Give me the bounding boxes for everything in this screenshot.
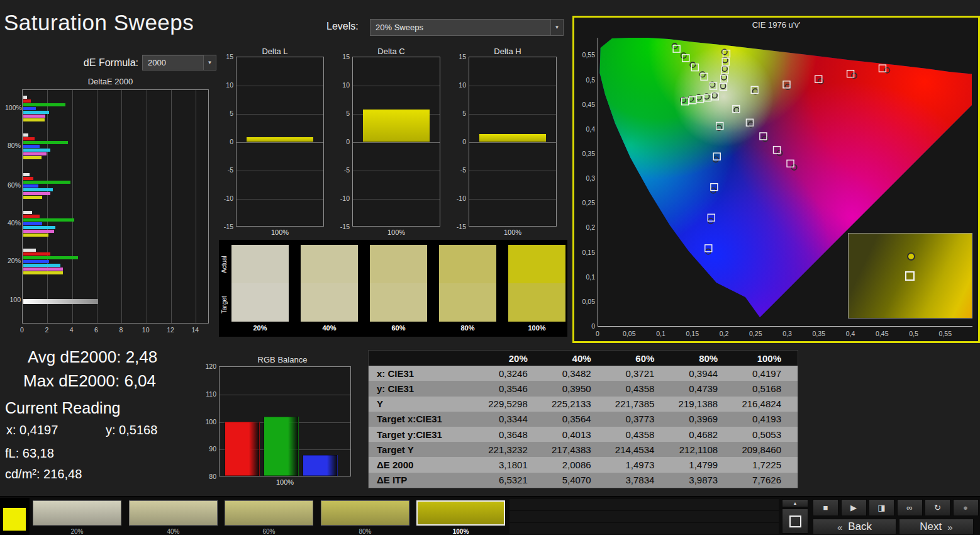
table-cell: 1,4973 <box>608 459 671 470</box>
table-cell: 221,7385 <box>608 398 671 409</box>
y-group-label: 20% <box>5 257 21 264</box>
y-tick-label: 0,3 <box>574 174 595 182</box>
x-category-label: 100% <box>469 228 557 236</box>
column-header: 80% <box>671 353 734 364</box>
table-cell: 0,3344 <box>481 414 544 424</box>
cie-y-axis <box>598 38 598 327</box>
table-cell: 216,4824 <box>734 398 798 409</box>
table-cell: 219,1388 <box>671 398 734 409</box>
column-header: 40% <box>544 353 608 364</box>
up-arrow-button[interactable]: ▲ <box>782 499 808 507</box>
bar <box>23 118 45 121</box>
x-tick-label: 0,35 <box>809 330 829 337</box>
gridline <box>147 90 147 323</box>
up-arrow-icon: ▲ <box>793 501 798 505</box>
record-button[interactable]: ● <box>953 499 979 516</box>
actual-swatch <box>301 245 358 283</box>
gridline <box>237 171 323 171</box>
patch-button[interactable] <box>225 500 313 526</box>
bar <box>23 152 47 155</box>
de-formula-label: dE Formula: <box>69 57 138 69</box>
bar <box>23 234 48 237</box>
cie-chart-panel[interactable]: CIE 1976 u'v' <box>572 16 980 343</box>
y-tick-label: 0 <box>221 138 233 145</box>
step-icon: ◨ <box>877 503 885 512</box>
table-cell: 0,3482 <box>544 368 608 379</box>
table-cell: 0,4358 <box>608 429 671 440</box>
de-formula-dropdown[interactable]: 2000 ▼ <box>142 55 216 70</box>
current-cdm2-value: cd/m²: 216,48 <box>5 467 82 482</box>
y-tick-label: -5 <box>221 166 233 174</box>
y-tick-label: -10 <box>338 194 350 202</box>
gridline <box>237 199 323 200</box>
y-tick-label: -5 <box>338 166 350 174</box>
levels-dropdown[interactable]: 20% Sweeps ▼ <box>370 19 564 36</box>
patch-button[interactable] <box>321 500 409 526</box>
row-label: ΔE ITP <box>369 475 481 485</box>
chart-title: CIE 1976 u'v' <box>574 20 978 30</box>
bar <box>23 103 65 106</box>
blue-bar <box>303 455 338 476</box>
bar-group <box>23 173 70 199</box>
delta-c-plot <box>352 57 440 227</box>
y-tick-label: 10 <box>221 81 233 89</box>
table-cell: 225,2133 <box>544 398 608 409</box>
gridline <box>469 199 556 200</box>
patch-button[interactable] <box>33 500 121 526</box>
y-tick-label: -15 <box>454 223 466 230</box>
y-tick-label: 15 <box>221 53 233 60</box>
actual-swatch <box>508 245 565 283</box>
table-cell: 221,3232 <box>481 444 544 455</box>
back-button[interactable]: « Back <box>813 519 896 535</box>
table-cell: 0,3546 <box>481 383 544 394</box>
current-y-value: y: 0,5168 <box>106 423 157 437</box>
swatch-level-label: 100% <box>508 324 565 332</box>
patch-button-label: 100% <box>416 528 505 535</box>
table-cell: 3,7834 <box>608 475 671 485</box>
target-row-label: Target <box>221 286 228 323</box>
play-button[interactable]: ▶ <box>841 499 867 516</box>
chevron-down-icon: ▼ <box>203 55 216 70</box>
square-icon <box>789 515 801 527</box>
y-tick-label: 10 <box>454 81 466 89</box>
bar <box>23 256 78 259</box>
infinity-button[interactable]: ∞ <box>897 499 923 516</box>
bar <box>23 252 50 256</box>
bar <box>23 264 60 267</box>
actual-swatch <box>370 245 427 283</box>
table-cell: 0,4739 <box>671 383 734 394</box>
next-button[interactable]: Next » <box>899 519 974 535</box>
stop-button[interactable]: ■ <box>813 499 838 516</box>
table-cell: 0,4013 <box>544 429 608 440</box>
levels-value: 20% Sweeps <box>370 23 550 32</box>
y-tick-label: -10 <box>221 194 233 202</box>
pattern-window-button[interactable] <box>782 509 808 534</box>
x-category-label: 100% <box>352 228 440 236</box>
deltae2000-plot <box>22 89 209 324</box>
table-cell: 0,4197 <box>734 368 798 379</box>
table-cell: 0,3969 <box>671 414 734 424</box>
patch-button[interactable] <box>416 500 505 526</box>
delta-l-chart: Delta L 100% 151050-5-10-15 <box>221 44 328 240</box>
gridline <box>469 114 556 115</box>
table-row: y: CIE310,35460,39500,43580,47390,5168 <box>369 381 798 396</box>
refresh-button[interactable]: ↻ <box>925 499 950 516</box>
y-tick-label: 0 <box>454 138 466 145</box>
y-tick-label: 0 <box>574 322 595 330</box>
x-tick-label: 12 <box>164 326 177 334</box>
column-header: 100% <box>734 353 798 364</box>
row-label: Y <box>369 398 481 409</box>
gridline <box>47 90 48 323</box>
delta-h-chart: Delta H 100% 151050-5-10-15 <box>454 44 561 240</box>
patch-button[interactable] <box>129 500 218 526</box>
y-tick-label: 90 <box>200 445 216 453</box>
x-category-label: 100% <box>219 478 351 486</box>
y-tick-label: 110 <box>200 390 216 398</box>
step-button[interactable]: ◨ <box>869 499 894 516</box>
chevron-down-icon: ▼ <box>550 20 563 35</box>
chart-title: Delta L <box>221 47 328 56</box>
gridline <box>196 90 196 323</box>
bar-group <box>23 96 65 121</box>
avg-de2000-stat: Avg dE2000: 2,48 <box>28 347 157 367</box>
patch-swatch <box>370 245 427 322</box>
